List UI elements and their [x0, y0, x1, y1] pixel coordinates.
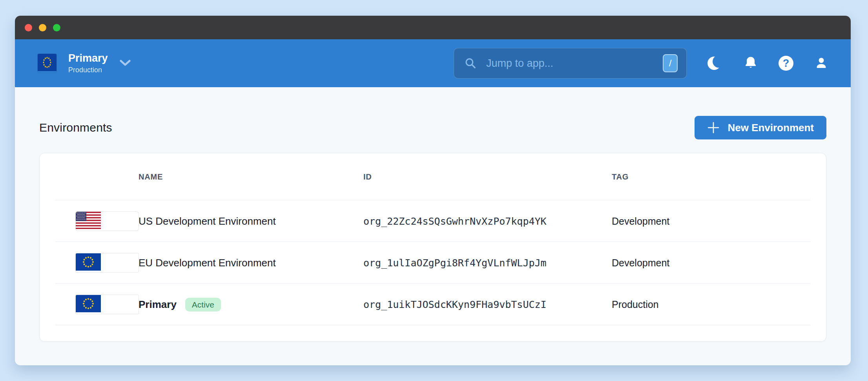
environment-id: org_22Zc24sSQsGwhrNvXzPo7kqp4YK: [363, 216, 612, 227]
close-window-button[interactable]: [25, 24, 32, 31]
org-environment: Production: [68, 66, 108, 74]
account-button[interactable]: [813, 55, 830, 71]
org-name: Primary: [68, 52, 108, 64]
environment-name: US Development Environment: [139, 215, 363, 227]
flag-cell: [40, 212, 139, 231]
help-button[interactable]: ?: [778, 55, 794, 71]
search-input[interactable]: [485, 57, 663, 70]
new-environment-button[interactable]: New Environment: [695, 116, 826, 139]
environment-name: Primary Active: [139, 298, 363, 311]
slash-shortcut-key: /: [663, 54, 678, 72]
org-switcher[interactable]: Primary Production: [38, 52, 131, 74]
jump-to-app-search[interactable]: /: [454, 48, 687, 79]
environment-name-text: US Development Environment: [139, 215, 276, 227]
table-header-row: NAME ID TAG: [40, 153, 826, 200]
active-status-badge: Active: [185, 298, 221, 311]
environment-name-text: EU Development Environment: [139, 257, 276, 269]
screen: Primary Production /: [0, 0, 868, 381]
table-row-eu-development[interactable]: EU Development Environment org_1ulIaOZgP…: [40, 242, 826, 284]
app-window: Primary Production /: [15, 16, 851, 365]
flag-cell: [40, 253, 139, 272]
org-info: Primary Production: [68, 52, 108, 74]
person-icon: [813, 55, 829, 71]
table-footer: [40, 325, 826, 341]
new-environment-label: New Environment: [728, 122, 814, 134]
flag-cell: [40, 295, 139, 314]
environment-id: org_1uikTJOSdcKKyn9FHa9vbTsUCzI: [363, 299, 612, 310]
environments-table-card: NAME ID TAG US Development Environment o…: [39, 153, 826, 342]
bell-icon: [743, 55, 759, 71]
theme-toggle-button[interactable]: [707, 55, 724, 71]
question-mark-icon: ?: [779, 56, 793, 71]
environment-tag: Development: [612, 257, 826, 269]
app-header: Primary Production /: [15, 39, 851, 87]
column-header-id: ID: [363, 172, 612, 181]
column-header-name: NAME: [139, 172, 363, 181]
minimize-window-button[interactable]: [39, 24, 46, 31]
table-row-us-development[interactable]: US Development Environment org_22Zc24sSQ…: [40, 200, 826, 242]
header-actions: ?: [707, 55, 830, 71]
notifications-button[interactable]: [742, 55, 759, 71]
column-header-tag: TAG: [612, 172, 826, 181]
table-row-primary[interactable]: Primary Active org_1uikTJOSdcKKyn9FHa9vb…: [40, 284, 826, 325]
environment-name: EU Development Environment: [139, 257, 363, 269]
eu-flag-icon: [76, 295, 139, 314]
crescent-moon-icon: [707, 55, 724, 71]
chevron-down-icon[interactable]: [120, 60, 131, 66]
page-title: Environments: [39, 121, 112, 134]
environment-tag: Development: [612, 216, 826, 227]
environment-tag: Production: [612, 299, 826, 310]
titlebar: [15, 16, 851, 39]
us-flag-icon: [76, 212, 139, 231]
eu-flag-icon: [76, 253, 139, 272]
page-header: Environments New Environment: [39, 115, 826, 140]
eu-flag-icon: [38, 54, 57, 73]
search-icon: [464, 57, 477, 70]
environment-id: org_1ulIaOZgPgi8Rf4YgVLnfWLJpJm: [363, 257, 612, 269]
environment-name-text: Primary: [139, 299, 177, 311]
plus-icon: [707, 121, 720, 134]
maximize-window-button[interactable]: [53, 24, 60, 31]
content-area: Environments New Environment NAME ID TAG: [15, 87, 851, 365]
